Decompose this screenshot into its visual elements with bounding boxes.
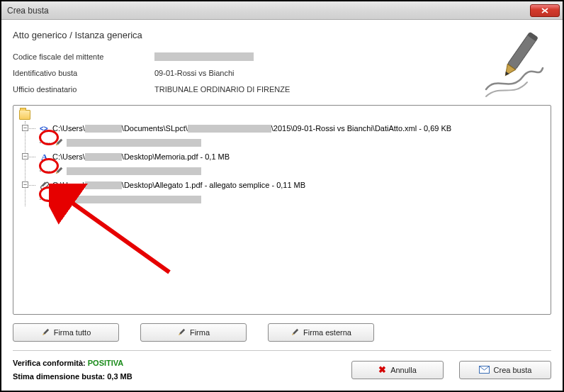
collapse-toggle[interactable]: − [22, 125, 28, 131]
file-tree[interactable]: − <> C:\Users\\Documents\SLpct\\2015\09-… [13, 105, 551, 315]
pen-icon [54, 138, 64, 147]
folder-icon [19, 110, 30, 120]
size-value: 0,3 MB [107, 372, 132, 381]
svg-rect-5 [57, 139, 62, 145]
tree-child[interactable] [26, 192, 545, 206]
pen-icon [177, 327, 186, 337]
svg-rect-8 [57, 167, 62, 173]
tree-child[interactable] [26, 135, 545, 150]
tree-child-label [67, 167, 201, 175]
svg-rect-14 [43, 329, 49, 335]
conformity-value: POSITIVA [88, 359, 124, 367]
pen-icon [41, 327, 50, 337]
pen-icon [54, 166, 64, 176]
tree-child-label [67, 139, 201, 147]
fiscal-code-label: Codice fiscale del mittente [13, 52, 154, 61]
tree-item-label: C:\Users\\Documents\SLpct\\2015\09-01-Ro… [52, 124, 451, 133]
cancel-icon: ✖ [378, 364, 386, 375]
svg-text:<>: <> [40, 125, 48, 133]
close-button[interactable] [530, 4, 560, 17]
envelope-id-value: 09-01-Rossi vs Bianchi [154, 69, 235, 77]
svg-rect-10 [57, 196, 62, 201]
tree-child-label [67, 196, 201, 203]
pen-icon [54, 194, 64, 204]
conformity-label: Verifica conformità: [13, 359, 88, 367]
office-value: TRIBUNALE ORDINARIO DI FIRENZE [154, 85, 290, 94]
tree-item[interactable]: − C:\Users\\Desktop\Allegato 1.pdf - all… [26, 178, 545, 192]
button-row: Firma tutto Firma Firma esterna [13, 323, 551, 342]
size-label: Stima dimensione busta: [13, 372, 107, 381]
pen-decorative-icon [472, 26, 550, 103]
tree-child[interactable] [26, 164, 545, 178]
collapse-toggle[interactable]: − [22, 153, 28, 159]
svg-rect-16 [179, 329, 185, 335]
clip-icon [40, 180, 50, 190]
xml-icon: <> [40, 123, 50, 133]
envelope-icon [479, 366, 490, 374]
sign-external-button[interactable]: Firma esterna [268, 323, 374, 342]
sign-all-button[interactable]: Firma tutto [13, 323, 119, 342]
svg-line-13 [63, 196, 169, 272]
letter-a-icon: A [40, 152, 50, 162]
tree-item-label: C:\Users\\Desktop\Memoria.pdf - 0,1 MB [52, 152, 230, 162]
svg-rect-18 [293, 329, 298, 335]
separator [13, 350, 551, 351]
tree-item-label: C:\Users\\Desktop\Allegato 1.pdf - alleg… [52, 181, 305, 190]
titlebar: Crea busta [1, 1, 563, 20]
collapse-toggle[interactable]: − [22, 181, 28, 188]
window-title: Crea busta [7, 6, 49, 16]
cancel-button[interactable]: ✖ Annulla [351, 361, 444, 379]
svg-text:A: A [41, 152, 48, 162]
office-label: Ufficio destinatario [13, 85, 154, 94]
close-icon [541, 8, 548, 13]
footer-status: Verifica conformità: POSITIVA Stima dime… [13, 357, 132, 383]
envelope-id-label: Identificativo busta [13, 69, 154, 77]
pen-icon [291, 327, 299, 337]
breadcrumb: Atto generico / Istanza generica [13, 30, 551, 40]
sign-button[interactable]: Firma [140, 323, 247, 342]
create-envelope-button[interactable]: Crea busta [459, 361, 551, 379]
tree-item[interactable]: − <> C:\Users\\Documents\SLpct\\2015\09-… [26, 121, 545, 135]
fiscal-code-value [154, 52, 254, 61]
tree-item[interactable]: − A C:\Users\\Desktop\Memoria.pdf - 0,1 … [26, 150, 545, 164]
